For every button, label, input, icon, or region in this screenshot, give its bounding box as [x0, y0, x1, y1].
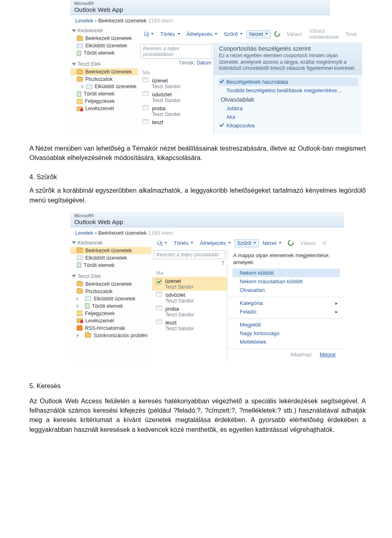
- folder-sidebar: Kedvencek Beérkezett üzenetek Elküldött …: [70, 238, 152, 362]
- breadcrumb-item-count: 1160 elem: [148, 230, 173, 236]
- reading-pane-bottom[interactable]: Alul: [219, 113, 358, 121]
- sidebar-item-deleted[interactable]: Törölt elemek: [70, 302, 151, 310]
- filter-flagged[interactable]: Megjelölt: [232, 320, 340, 329]
- toolbar-reply: Válasz: [297, 239, 319, 247]
- toolbar-refresh[interactable]: [272, 30, 283, 38]
- sidebar-item-junk[interactable]: Levélszemét: [70, 317, 151, 325]
- toolbar-refresh[interactable]: [285, 239, 296, 247]
- message-toolbar: Új Törlés Áthelyezés Szűrő Nézet Válasz …: [138, 26, 362, 42]
- message-row[interactable]: üdvözletTeszt Sándor: [152, 291, 227, 305]
- filter-from[interactable]: Feladó:▸: [232, 307, 340, 316]
- toolbar-move[interactable]: Áthelyezés: [184, 30, 220, 38]
- message-row[interactable]: probaTeszt Sándor: [138, 104, 214, 118]
- check-icon: [220, 122, 224, 127]
- doc-heading: 5. Keresés: [0, 362, 392, 392]
- favorites-header[interactable]: Kedvencek: [70, 27, 138, 35]
- reading-pane-header: Olvasóablak: [219, 95, 358, 104]
- mailbox-header[interactable]: Teszt Elek: [70, 60, 138, 68]
- mail-icon: [143, 91, 149, 96]
- view-dd-more-settings[interactable]: További beszélgetési beállítások megjele…: [219, 86, 358, 95]
- search-input[interactable]: Keresés a teljes postaládában: [140, 44, 212, 59]
- filter-to-me[interactable]: Nekem küldött: [232, 269, 340, 277]
- sidebar-item-rss[interactable]: RSS-hírcsatornák: [70, 325, 151, 332]
- sidebar-item-deleted[interactable]: Törölt elemek: [70, 262, 151, 269]
- search-input[interactable]: Keresés a teljes postaládáb: [154, 250, 225, 259]
- message-row[interactable]: probaTeszt Sándor: [152, 305, 227, 318]
- reading-pane-off[interactable]: Kikapcsolva: [219, 121, 358, 130]
- sidebar-item-inbox[interactable]: Beérkezett üzenetek: [70, 247, 151, 254]
- breadcrumb: Levelek › Beérkezett üzenetek 1160 elem: [70, 227, 344, 238]
- doc-heading: 4. Szûrõk: [0, 170, 392, 183]
- sidebar-item-notes[interactable]: Feljegyzések: [70, 310, 151, 317]
- toolbar-filter[interactable]: Szűrő: [234, 239, 259, 247]
- message-toolbar: Új Törlés Áthelyezés Szűrő Nézet Válasz …: [152, 238, 344, 249]
- toolbar-forward: Tová: [343, 30, 359, 38]
- breadcrumb-item-count: 1160 elem: [148, 18, 173, 24]
- sidebar-item-sent[interactable]: Elküldött üzenetek: [70, 42, 138, 49]
- sidebar-item-notes[interactable]: Feljegyzések: [70, 98, 138, 105]
- message-row[interactable]: üdvözletTeszt Sándor: [138, 90, 214, 104]
- owa-header: Microsoft® Outlook Web App: [70, 212, 344, 227]
- refresh-icon: [287, 239, 294, 247]
- sidebar-item-inbox[interactable]: Beérkezett üzenetek: [70, 280, 151, 288]
- filter-high-importance[interactable]: Nagy fontosságú: [232, 329, 340, 338]
- message-list-pane: Keresés a teljes postaládában Témák: Dát…: [138, 42, 214, 134]
- toolbar-filter[interactable]: Szűrő: [221, 30, 245, 38]
- sidebar-item-drafts[interactable]: Piszkozatok: [70, 288, 151, 295]
- toolbar-view[interactable]: Nézet: [260, 239, 284, 247]
- sidebar-item-junk[interactable]: Levélszemét: [70, 105, 138, 112]
- toolbar-new[interactable]: Új: [154, 239, 170, 247]
- filter-cancel-button[interactable]: Mégse: [320, 351, 336, 358]
- toolbar-move[interactable]: Áthelyezés: [197, 239, 234, 247]
- sidebar-item-sent[interactable]: Elküldött üzenetek: [70, 254, 151, 262]
- owa-screenshot-view-menu: Microsoft® Outlook Web App Levelek › Beé…: [70, 0, 330, 134]
- message-row[interactable]: tesztTeszt Sándor: [152, 318, 227, 332]
- message-row[interactable]: üzenetTeszt Sándor: [138, 76, 214, 90]
- favorites-header[interactable]: Kedvencek: [70, 239, 151, 247]
- filter-dd-desc: A mappa olyan elemeinek megjelenítése, a…: [232, 251, 340, 269]
- breadcrumb-folder: Beérkezett üzenetek: [98, 18, 147, 24]
- sidebar-item-sent[interactable]: Elküldött üzenetek: [70, 83, 138, 90]
- sidebar-item-sent[interactable]: Elküldött üzenetek: [70, 295, 151, 302]
- message-row[interactable]: üzenetTeszt Sándor: [152, 277, 227, 291]
- toolbar-delete[interactable]: Törlés: [171, 239, 196, 247]
- sidebar-item-drafts[interactable]: Piszkozatok: [70, 76, 138, 83]
- toolbar-new[interactable]: Új: [141, 30, 156, 38]
- owa-brand: Outlook Web App: [74, 6, 123, 13]
- view-dd-use-conversations[interactable]: Beszélgetések használata: [219, 78, 358, 86]
- breadcrumb: Levelek › Beérkezett üzenetek 1160 elem: [70, 15, 330, 26]
- breadcrumb-root[interactable]: Levelek: [75, 18, 94, 24]
- doc-paragraph: A szûrõk a korábbinál egyszerûbben alkal…: [0, 183, 392, 212]
- breadcrumb-root[interactable]: Levelek: [75, 230, 94, 236]
- owa-brand-prefix: Microsoft®: [74, 2, 326, 6]
- sidebar-item-deleted[interactable]: Törölt elemek: [70, 49, 138, 57]
- message-date-header: Ma: [152, 267, 227, 277]
- filter-attachments[interactable]: Mellékletek: [232, 338, 340, 346]
- owa-header: Microsoft® Outlook Web App: [70, 0, 330, 15]
- sidebar-item-deleted[interactable]: Törölt elemek: [70, 90, 138, 98]
- filter-unread[interactable]: Olvasatlan: [232, 286, 340, 294]
- filter-apply-button[interactable]: Alkalmaz: [290, 351, 312, 358]
- toolbar-view[interactable]: Nézet: [246, 30, 271, 38]
- refresh-icon: [273, 30, 281, 38]
- message-row[interactable]: teszt: [138, 118, 214, 126]
- filter-category[interactable]: Kategória:▸: [232, 299, 340, 307]
- toolbar-delete[interactable]: Törlés: [157, 30, 183, 38]
- doc-paragraph: Az Outlook Web Access felületén a keresé…: [0, 392, 392, 442]
- folder-sidebar: Kedvencek Beérkezett üzenetek Elküldött …: [70, 26, 138, 134]
- topics-value[interactable]: Dátum: [197, 60, 211, 66]
- checkbox-icon[interactable]: [156, 279, 162, 285]
- mail-icon: [156, 320, 162, 324]
- message-date-header: Ma: [138, 67, 214, 76]
- owa-brand-prefix: Microsoft®: [74, 214, 340, 218]
- sidebar-item-inbox[interactable]: Beérkezett üzenetek: [70, 68, 138, 76]
- mail-icon: [143, 105, 149, 110]
- view-dd-title: Csoportosítás beszélgetés szerint: [219, 45, 358, 52]
- filter-cc-me[interactable]: Nekem másolatban küldött: [232, 277, 340, 286]
- mail-icon: [156, 292, 162, 296]
- sidebar-item-inbox[interactable]: Beérkezett üzenetek: [70, 35, 138, 42]
- sidebar-item-sync-issues[interactable]: Szinkronizációs problén: [70, 332, 151, 339]
- view-dropdown-panel: Csoportosítás beszélgetés szerint Ez a n…: [214, 42, 362, 134]
- mailbox-header[interactable]: Teszt Elek: [70, 272, 151, 280]
- reading-pane-right[interactable]: Jobbra: [219, 104, 358, 113]
